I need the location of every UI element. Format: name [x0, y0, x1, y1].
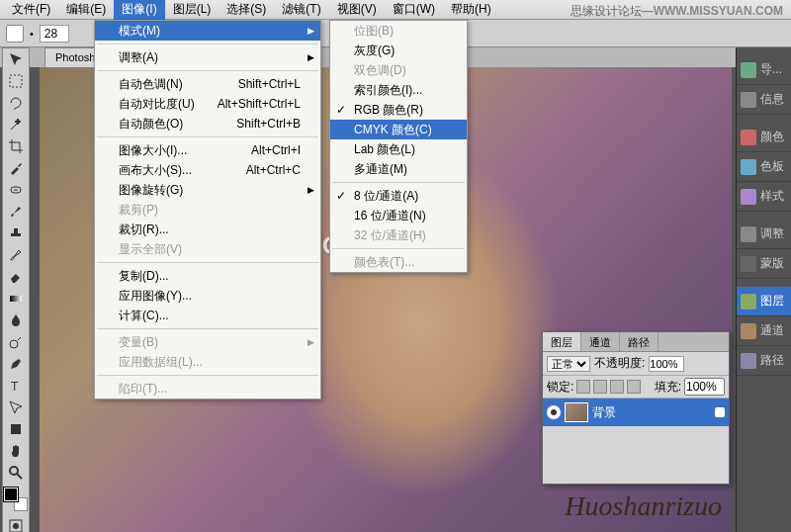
- tab-layers[interactable]: 图层: [543, 332, 581, 351]
- menu-window[interactable]: 窗口(W): [385, 0, 443, 20]
- color-icon: [741, 130, 756, 145]
- eyedropper-tool[interactable]: [3, 157, 29, 179]
- signature: Huoshanrizuo: [565, 490, 722, 522]
- lock-icon: [715, 407, 725, 417]
- menu-item[interactable]: 复制(D)...: [95, 266, 320, 286]
- crop-tool[interactable]: [3, 135, 29, 157]
- menu-item[interactable]: 图像大小(I)...Alt+Ctrl+I: [95, 140, 320, 160]
- visibility-icon[interactable]: [547, 405, 561, 419]
- lock-transparency-icon[interactable]: [576, 380, 590, 394]
- tab-channels[interactable]: 通道: [581, 332, 620, 351]
- menu-item[interactable]: 16 位/通道(N): [330, 206, 467, 225]
- gradient-tool[interactable]: [3, 288, 29, 310]
- menu-item[interactable]: 自动色调(N)Shift+Ctrl+L: [95, 74, 320, 94]
- menu-item[interactable]: 模式(M)▶: [95, 21, 320, 41]
- menu-item[interactable]: 灰度(G): [330, 41, 467, 60]
- dodge-tool[interactable]: [3, 331, 29, 353]
- toolbox: T: [2, 47, 30, 532]
- layers-icon: [741, 294, 756, 310]
- menu-layer[interactable]: 图层(L): [165, 0, 220, 20]
- menu-select[interactable]: 选择(S): [219, 0, 274, 20]
- menu-item[interactable]: 计算(C)...: [95, 306, 320, 325]
- layer-row[interactable]: 背景: [543, 399, 729, 426]
- brush-tool[interactable]: [3, 201, 29, 222]
- zoom-tool[interactable]: [3, 462, 29, 484]
- svg-point-6: [10, 467, 18, 475]
- lock-all-icon[interactable]: [627, 380, 641, 394]
- lasso-tool[interactable]: [3, 92, 29, 114]
- menu-item[interactable]: 索引颜色(I)...: [330, 80, 467, 100]
- menu-help[interactable]: 帮助(H): [443, 0, 499, 20]
- history-brush-tool[interactable]: [3, 244, 29, 266]
- style-icon: [741, 189, 756, 205]
- menu-item[interactable]: Lab 颜色(L): [330, 139, 467, 159]
- swatch-icon: [741, 159, 756, 175]
- panel-style[interactable]: 样式: [737, 182, 791, 212]
- pen-tool[interactable]: [3, 353, 29, 375]
- panel-layers[interactable]: 图层: [737, 287, 791, 316]
- svg-text:T: T: [11, 380, 19, 394]
- path-tool[interactable]: [3, 397, 29, 418]
- menu-item: 变量(B)▶: [95, 332, 320, 352]
- menu-item[interactable]: ✓8 位/通道(A): [330, 186, 467, 206]
- svg-rect-5: [11, 424, 21, 434]
- menu-file[interactable]: 文件(F): [4, 0, 58, 20]
- shape-tool[interactable]: [3, 418, 29, 440]
- move-tool[interactable]: [3, 48, 29, 70]
- channels-icon: [741, 323, 756, 339]
- brush-size-field[interactable]: 28: [40, 25, 69, 43]
- heal-tool[interactable]: [3, 179, 29, 201]
- menu-item: 显示全部(V): [95, 239, 320, 259]
- menu-item: 位图(B): [330, 21, 467, 41]
- layers-panel[interactable]: 图层 通道 路径 正常 不透明度: 锁定: 填充: 背景: [542, 331, 730, 485]
- top-watermark: 思缘设计论坛—WWW.MISSYUAN.COM: [571, 3, 783, 20]
- color-swatch[interactable]: [4, 488, 28, 511]
- hand-tool[interactable]: [3, 440, 29, 462]
- menu-item[interactable]: ✓RGB 颜色(R): [330, 100, 467, 120]
- stamp-tool[interactable]: [3, 222, 29, 244]
- fill-field[interactable]: [684, 378, 725, 396]
- panel-nav[interactable]: 导...: [737, 55, 791, 85]
- blend-mode-select[interactable]: 正常: [547, 356, 590, 372]
- type-tool[interactable]: T: [3, 375, 29, 397]
- lock-pixels-icon[interactable]: [593, 380, 607, 394]
- panel-adjust[interactable]: 调整: [737, 220, 791, 249]
- panel-info[interactable]: 信息: [737, 85, 791, 115]
- menu-item[interactable]: 应用图像(Y)...: [95, 286, 320, 306]
- tool-preset-icon[interactable]: [6, 25, 24, 43]
- panel-color[interactable]: 颜色: [737, 123, 791, 152]
- mode-submenu: 位图(B)灰度(G)双色调(D)索引颜色(I)...✓RGB 颜色(R)CMYK…: [329, 20, 468, 273]
- layer-thumbnail[interactable]: [565, 402, 588, 422]
- menu-edit[interactable]: 编辑(E): [58, 0, 114, 20]
- menu-item[interactable]: 裁切(R)...: [95, 220, 320, 239]
- menu-view[interactable]: 视图(V): [329, 0, 385, 20]
- panel-swatch[interactable]: 色板: [737, 152, 791, 182]
- svg-rect-0: [10, 75, 22, 87]
- menu-item: 32 位/通道(H): [330, 225, 467, 245]
- tab-paths[interactable]: 路径: [620, 332, 659, 351]
- eraser-tool[interactable]: [3, 266, 29, 288]
- menu-item[interactable]: 画布大小(S)...Alt+Ctrl+C: [95, 160, 320, 180]
- menu-item[interactable]: 调整(A)▶: [95, 47, 320, 67]
- menu-item[interactable]: 多通道(M): [330, 159, 467, 179]
- menu-item[interactable]: 自动颜色(O)Shift+Ctrl+B: [95, 114, 320, 133]
- image-menu: 模式(M)▶调整(A)▶自动色调(N)Shift+Ctrl+L自动对比度(U)A…: [94, 20, 321, 399]
- svg-rect-2: [10, 296, 22, 302]
- marquee-tool[interactable]: [3, 70, 29, 92]
- menu-item: 颜色表(T)...: [330, 252, 467, 272]
- quickmask-toggle[interactable]: [3, 515, 29, 532]
- panel-paths[interactable]: 路径: [737, 346, 791, 376]
- menu-item: 应用数据组(L)...: [95, 352, 320, 372]
- menu-filter[interactable]: 滤镜(T): [274, 0, 328, 20]
- opacity-field[interactable]: [649, 356, 684, 372]
- panel-mask[interactable]: 蒙版: [737, 249, 791, 279]
- menu-item[interactable]: CMYK 颜色(C): [330, 120, 467, 139]
- lock-position-icon[interactable]: [610, 380, 624, 394]
- menu-image[interactable]: 图像(I): [114, 0, 164, 20]
- fill-label: 填充:: [655, 379, 681, 396]
- blur-tool[interactable]: [3, 310, 29, 331]
- wand-tool[interactable]: [3, 114, 29, 135]
- menu-item[interactable]: 图像旋转(G)▶: [95, 180, 320, 200]
- panel-channels[interactable]: 通道: [737, 316, 791, 346]
- menu-item[interactable]: 自动对比度(U)Alt+Shift+Ctrl+L: [95, 94, 320, 114]
